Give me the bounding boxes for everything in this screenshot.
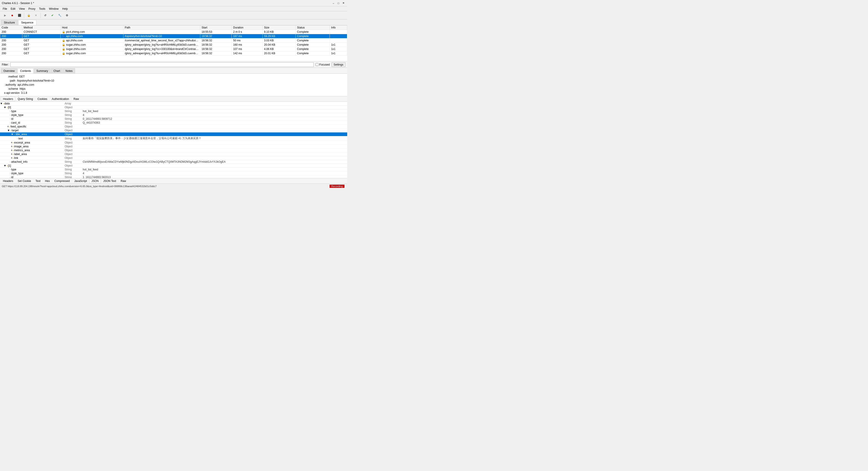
json-tree-row[interactable]: ▫type String hot_list_feed [0,109,347,113]
menu-edit[interactable]: Edit [9,7,17,11]
tree-toggle[interactable]: + [11,149,12,152]
ssl-button[interactable]: 🔒 [26,12,32,19]
bottom-tab-javascript[interactable]: JavaScript [72,179,89,183]
header-line-scheme: :scheme https [2,87,345,91]
tree-key-cell: ▼▪[0] [0,105,63,109]
header-line-authority: :authority api.zhihu.com [2,83,345,87]
close-button[interactable]: ✕ [341,1,345,5]
json-tree-row[interactable]: ▼▪data Array [0,102,347,105]
col-header-size: Size [263,26,296,30]
bottom-tab-json-text[interactable]: JSON Text [101,179,118,183]
tree-type-cell: String [63,109,81,113]
bottom-tab-hex[interactable]: Hex [43,179,52,183]
tree-toggle[interactable]: ▼ [4,106,6,109]
record-button[interactable]: ● [9,12,16,19]
tab-contents[interactable]: Contents [18,68,33,73]
cell-status: Complete [296,51,330,56]
tree-toggle[interactable]: + [11,153,12,156]
minimize-button[interactable]: – [331,1,336,5]
json-tree-row[interactable]: +▪feed_specific Object [0,125,347,129]
tab-structure[interactable]: Structure [1,20,18,25]
menu-view[interactable]: View [17,7,27,11]
table-row[interactable]: 200CONNECT🔒 pic4.zhimg.com18:55:532 m 0 … [0,30,347,34]
statusbar: GET https://118.89.204.198/resolv?host=a… [0,184,347,188]
json-tree-row[interactable]: +▪metrics_area Object [0,149,347,152]
bottom-tab-set-cookie[interactable]: Set Cookie [16,179,33,183]
no-caching-button[interactable]: ✕ [33,12,39,19]
sub-tab-query-string[interactable]: Query String [16,97,35,101]
json-tree-row[interactable]: ▫type String hot_list_feed [0,168,347,171]
json-tree-row[interactable]: ▼▪title_area Object [0,132,347,136]
filter-input[interactable] [10,62,314,67]
refresh-button[interactable]: ↺ [42,12,49,19]
tree-value-cell: 4 [81,113,347,117]
maximize-button[interactable]: □ [336,1,340,5]
stop-button[interactable]: ⬛ [16,12,23,19]
json-tree-row[interactable]: ▫attached_info String CkAIlNfWmd6IjsosEA… [0,160,347,164]
sub-tabs-bar: Headers Query String Cookies Authenticat… [0,96,347,102]
focused-checkbox-label[interactable]: Focused [315,63,330,66]
tools-button[interactable]: 🔧 [57,12,63,19]
tab-summary[interactable]: Summary [34,68,51,73]
json-tree-row[interactable]: +▪excerpt_area Object [0,141,347,145]
start-button[interactable]: ▶ [2,12,8,19]
json-tree-row[interactable]: ▫id String 1_1611744993.582013 [0,176,347,178]
cell-duration: 50 ms [232,38,263,43]
menu-help[interactable]: Help [60,7,70,11]
tree-toggle[interactable]: ▼ [7,129,10,132]
json-tree-row[interactable]: +▪image_area Object [0,145,347,149]
tree-key-cell: +▪label_area [0,152,63,156]
focused-checkbox[interactable] [315,63,318,66]
json-tree-row[interactable]: ▫id String 0_1611744993.5809712 [0,117,347,121]
bottom-tab-headers[interactable]: Headers [1,179,15,183]
tree-toggle[interactable]: ▼ [0,102,3,105]
tree-value-cell: Q_441074363 [81,121,347,125]
tree-toggle[interactable]: ▼ [11,133,13,136]
table-row[interactable]: 200GET🔒 api.zhihu.com/commercial_api/rea… [0,38,347,43]
json-tree-row[interactable]: ▼▪target Object [0,129,347,132]
settings-button[interactable]: ⚙ [64,12,70,19]
json-tree-row[interactable]: ▫text String 如何看待「现实版樊胜美」事件：少女遇钱塘江涨潮意外去世… [0,136,347,141]
sub-tab-headers[interactable]: Headers [1,97,15,101]
tree-toggle[interactable]: + [7,125,9,128]
tree-type-cell: Object [63,132,81,136]
menu-file[interactable]: File [1,7,9,11]
tree-toggle[interactable]: + [11,141,12,144]
bottom-tab-text[interactable]: Text [33,179,42,183]
tree-key: attached_info [11,160,28,163]
json-tree-row[interactable]: +▪link Object [0,156,347,160]
menu-tools[interactable]: Tools [37,7,47,11]
col-header-duration: Duration [232,26,263,30]
json-tree-row[interactable]: +▪label_area Object [0,152,347,156]
tab-overview[interactable]: Overview [1,68,17,73]
menu-window[interactable]: Window [47,7,61,11]
json-tree-row[interactable]: ▫card_id String Q_441074363 [0,121,347,125]
json-tree-row[interactable]: ▼▪[0] Object [0,105,347,109]
table-row[interactable]: 200GET🔒 sugar.zhihu.com/glory_adreaper/g… [0,47,347,51]
header-line-method: :method GET [2,74,345,78]
tree-toggle[interactable]: + [11,145,12,148]
table-row[interactable]: 200GET🔒 sugar.zhihu.com/glory_adreaper/g… [0,51,347,56]
cell-info: 1x1 [330,51,347,56]
json-tree-row[interactable]: ▫style_type String 4 [0,113,347,117]
settings-btn[interactable]: Settings [332,62,345,67]
tab-sequence[interactable]: Sequence [18,20,36,25]
bottom-tab-compressed[interactable]: Compressed [52,179,72,183]
sub-tab-raw[interactable]: Raw [71,97,81,101]
table-row[interactable]: 200GET🔵 api.zhihu.com/topstory/hot-lists… [0,34,347,38]
cell-size: 20.01 KB [263,51,296,56]
tab-chart[interactable]: Chart [51,68,62,73]
tree-toggle[interactable]: ▼ [4,164,6,167]
json-tree-row[interactable]: ▫style_type String 4 [0,171,347,176]
menu-proxy[interactable]: Proxy [27,7,37,11]
check-button[interactable]: ✔ [49,12,56,19]
table-row[interactable]: 200GET🔒 sugar.zhihu.com/glory_adreaper/g… [0,43,347,47]
bottom-tab-json[interactable]: JSON [89,179,101,183]
tree-toggle[interactable]: + [11,156,12,160]
tab-notes[interactable]: Notes [63,68,75,73]
sub-tab-authentication[interactable]: Authentication [50,97,71,101]
tree-type-cell: Object [63,125,81,129]
json-tree-row[interactable]: ▼▪[1] Object [0,164,347,168]
bottom-tab-raw[interactable]: Raw [119,179,128,183]
sub-tab-cookies[interactable]: Cookies [35,97,49,101]
